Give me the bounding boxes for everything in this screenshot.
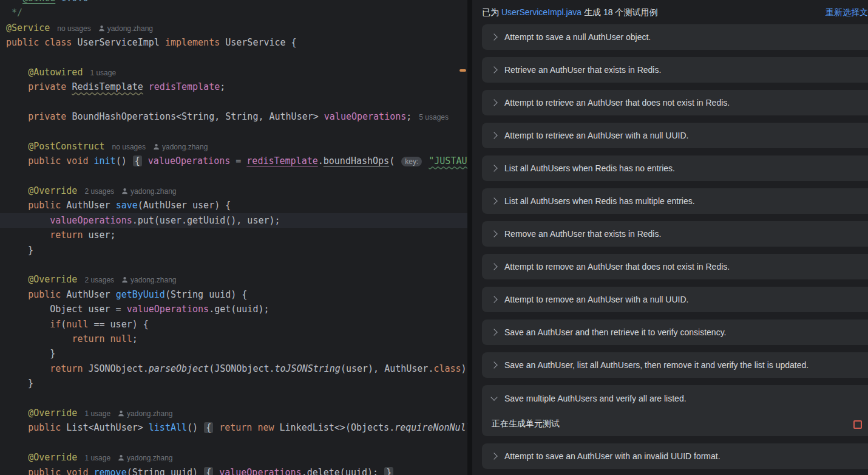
test-panel: 已为 UserServiceImpl.java 生成 18 个测试用例重新选择文… (472, 0, 868, 475)
code-line[interactable] (0, 50, 467, 65)
code-line[interactable]: public void remove(String uuid) { valueO… (0, 465, 467, 475)
code-token: public class (6, 37, 77, 48)
code-line[interactable]: private RedisTemplate redisTemplate; (0, 80, 467, 94)
code-line[interactable]: @PostConstructno usagesyadong.zhang (0, 139, 467, 154)
code-token: user; (88, 230, 115, 241)
code-token: @Override (28, 274, 77, 285)
code-token (6, 230, 50, 241)
chevron-down-icon (490, 394, 497, 400)
usage-hint: 1 usage (84, 454, 110, 462)
code-token: return (50, 230, 88, 241)
code-line[interactable]: * @since 1.0.0 (0, 0, 467, 5)
code-token: == user) { (88, 319, 148, 330)
chevron-right-icon (490, 361, 497, 368)
code-token: parseObject (149, 363, 209, 374)
code-line-current[interactable]: valueOperations.put(user.getUuid(), user… (0, 213, 467, 228)
code-token: @PostConstruct (28, 141, 104, 152)
code-line[interactable]: @Serviceno usagesyadong.zhang (0, 21, 467, 35)
code-line[interactable]: if(null == user) { (0, 317, 467, 332)
code-line[interactable]: Object user = valueOperations.get(uuid); (0, 302, 467, 316)
code-line[interactable] (0, 258, 467, 272)
code-token (6, 81, 28, 92)
reselect-file-link[interactable]: 重新选择文件 (826, 0, 868, 24)
code-line[interactable] (0, 391, 467, 406)
code-token: () (116, 155, 132, 166)
test-case-card: Attempt to retrieve an AuthUser that doe… (482, 90, 868, 115)
test-case-label: Save multiple AuthUsers and verify all a… (504, 394, 687, 403)
person-icon (98, 25, 105, 32)
code-line[interactable] (0, 169, 467, 183)
code-token (6, 215, 50, 226)
code-token (6, 452, 28, 463)
code-token: } (6, 245, 33, 256)
test-case-header[interactable]: Save an AuthUser and then retrieve it to… (482, 320, 868, 345)
test-case-header[interactable]: Retrieve an AuthUser that exists in Redi… (482, 57, 868, 83)
code-token: (user), AuthUser. (341, 363, 434, 374)
code-line[interactable]: @Autowired1 usage (0, 65, 467, 80)
chevron-right-icon (490, 329, 497, 335)
code-line[interactable]: */ (0, 5, 467, 20)
stop-icon[interactable] (853, 420, 862, 429)
code-line[interactable]: return JSONObject.parseObject(JSONObject… (0, 361, 467, 376)
code-line[interactable]: } (0, 243, 467, 258)
test-case-header[interactable]: Attempt to save a null AuthUser object. (482, 24, 868, 50)
code-token: .put(user.getUuid(), user); (132, 215, 280, 226)
code-token: (String uuid) (127, 467, 203, 475)
test-case-header[interactable]: Remove an AuthUser that exists in Redis. (482, 221, 868, 247)
code-line[interactable]: @Override2 usagesyadong.zhang (0, 272, 467, 287)
test-case-header[interactable]: Attempt to retrieve an AuthUser that doe… (482, 90, 868, 115)
code-line[interactable] (0, 95, 467, 109)
code-line[interactable]: return null; (0, 332, 467, 346)
file-link[interactable]: UserServiceImpl.java (501, 7, 581, 17)
split-divider[interactable] (467, 0, 472, 475)
code-token (214, 422, 219, 433)
code-token: requireNonNull (395, 422, 467, 433)
code-line[interactable]: public List<AuthUser> listAll() { return… (0, 420, 467, 435)
code-line[interactable]: private BoundHashOperations<String, Stri… (0, 109, 467, 124)
test-case-card: Attempt to remove an AuthUser that does … (482, 254, 868, 279)
code-token: if (50, 319, 61, 330)
test-case-header[interactable]: Attempt to retrieve an AuthUser with a n… (482, 123, 868, 148)
code-token: (String uuid) { (165, 289, 247, 300)
code-editor[interactable]: * @since 1.0.0 */@Serviceno usagesyadong… (0, 0, 467, 475)
code-token: public (28, 200, 66, 211)
code-token: return new (219, 422, 279, 433)
author-hint: yadong.zhang (118, 409, 172, 418)
code-token: redisTemplate (149, 81, 220, 92)
chevron-right-icon (490, 296, 497, 302)
code-token: AuthUser (66, 200, 115, 211)
usage-hint: 2 usages (84, 276, 114, 284)
code-token: * (6, 0, 22, 4)
test-case-header[interactable]: Attempt to remove an AuthUser that does … (482, 254, 868, 279)
code-line[interactable] (0, 436, 467, 450)
code-line[interactable]: @Override2 usagesyadong.zhang (0, 183, 467, 198)
code-line[interactable]: } (0, 376, 467, 391)
code-line[interactable]: public class UserServiceImpl implements … (0, 35, 467, 50)
test-case-header[interactable]: Save multiple AuthUsers and verify all a… (482, 385, 868, 412)
test-case-header[interactable]: Attempt to remove an AuthUser with a nul… (482, 287, 868, 312)
code-token (6, 289, 28, 300)
code-line[interactable]: public AuthUser save(AuthUser user) { (0, 198, 467, 213)
test-case-label: Attempt to remove an AuthUser that does … (504, 262, 730, 272)
code-line[interactable]: } (0, 346, 467, 361)
test-case-header[interactable]: List all AuthUsers when Redis has multip… (482, 188, 868, 214)
test-case-header[interactable]: List all AuthUsers when Redis has no ent… (482, 155, 868, 181)
code-line[interactable] (0, 125, 467, 139)
code-line[interactable]: return user; (0, 228, 467, 242)
test-case-header[interactable]: Save an AuthUser, list all AuthUsers, th… (482, 352, 868, 378)
code-line[interactable]: @Override1 usageyadong.zhang (0, 406, 467, 420)
code-token: @Override (28, 408, 77, 419)
usage-hint: 2 usages (84, 187, 114, 196)
test-case-label: Save an AuthUser and then retrieve it to… (504, 327, 726, 337)
code-token: UserServiceImpl (77, 37, 165, 48)
test-case-header[interactable]: Attempt to save an AuthUser with an inva… (482, 443, 868, 469)
code-token (214, 467, 219, 475)
editor-scrollbar[interactable] (459, 0, 467, 475)
code-line[interactable]: public AuthUser getByUuid(String uuid) { (0, 287, 467, 302)
test-case-card: Attempt to remove an AuthUser with a nul… (482, 287, 868, 312)
code-token: } (6, 378, 33, 389)
code-token: toJSONString (275, 363, 341, 374)
code-token: class (433, 363, 461, 374)
code-line[interactable]: public void init() { valueOperations = r… (0, 154, 467, 168)
code-line[interactable]: @Override1 usageyadong.zhang (0, 450, 467, 465)
